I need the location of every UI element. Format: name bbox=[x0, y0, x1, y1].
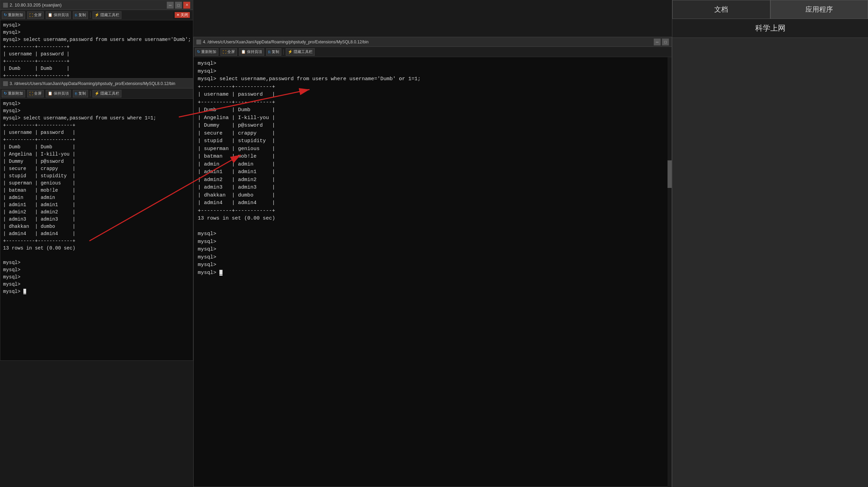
fullscreen-btn[interactable]: ⛶ 全屏 bbox=[27, 11, 44, 19]
sidebar-top-buttons: 文档 应用程序 bbox=[672, 0, 868, 19]
maximize-btn-3[interactable]: □ bbox=[662, 39, 669, 45]
reattach-btn[interactable]: ↻ 重新附加 bbox=[2, 11, 25, 19]
copy-btn-2[interactable]: ⎘ 复制 bbox=[73, 90, 88, 97]
copy-btn[interactable]: ⎘ 复制 bbox=[73, 11, 88, 19]
terminal-3-icon bbox=[196, 40, 201, 44]
fullscreen-btn-2[interactable]: ⛶ 全屏 bbox=[27, 90, 44, 97]
toolbar-sep-3 bbox=[283, 49, 284, 55]
terminal-2-title: 3. /drives/c/Users/XuanJian/AppData/Roam… bbox=[10, 81, 175, 86]
hide-toolbar-btn-2[interactable]: ⚡ 隱藏工具栏 bbox=[93, 90, 121, 97]
terminal-3-controls: ─ □ bbox=[654, 39, 669, 45]
hide-toolbar-btn[interactable]: ⚡ 隱藏工具栏 bbox=[93, 11, 121, 19]
terminal-1-titlebar: 2. 10.80.33.205 (xuanjian) ─ □ ✕ bbox=[0, 0, 193, 10]
terminal-1-title: 2. 10.80.33.205 (xuanjian) bbox=[10, 2, 62, 8]
documents-label: 文档 bbox=[714, 5, 728, 14]
terminal-1-toolbar: ↻ 重新附加 ⛶ 全屏 📋 保持頁項 ⎘ 复制 ⚡ 隱藏工具栏 ✕ 关闭 bbox=[0, 10, 193, 20]
keep-btn[interactable]: 📋 保持頁項 bbox=[46, 11, 71, 19]
terminal-1-icon bbox=[3, 3, 8, 8]
minimize-btn[interactable]: ─ bbox=[167, 2, 174, 9]
terminal-window-2: 3. /drives/c/Users/XuanJian/AppData/Roam… bbox=[0, 78, 193, 361]
toolbar-sep-2 bbox=[90, 91, 90, 96]
sidebar-apps-btn[interactable]: 应用程序 bbox=[770, 0, 868, 19]
scrollbar-thumb-3[interactable] bbox=[668, 160, 672, 188]
terminal-2-content: mysql> mysql> mysql> select username,pas… bbox=[0, 99, 193, 297]
sidebar-vpn-label: 科学上网 bbox=[672, 19, 868, 38]
keep-btn-2[interactable]: 📋 保持頁項 bbox=[46, 90, 71, 97]
terminal-window-1: 2. 10.80.33.205 (xuanjian) ─ □ ✕ ↻ 重新附加 … bbox=[0, 0, 193, 78]
terminal-window-3: 4. /drives/c/Users/XuanJian/AppData/Roam… bbox=[193, 37, 672, 487]
terminal-2-icon bbox=[3, 81, 8, 86]
hide-toolbar-btn-3[interactable]: ⚡ 隱藏工具栏 bbox=[286, 48, 315, 56]
terminal-3-title: 4. /drives/c/Users/XuanJian/AppData/Roam… bbox=[203, 40, 369, 44]
copy-btn-3[interactable]: ⎘ 复制 bbox=[266, 48, 281, 56]
terminal-3-content: mysql> mysql> mysql> select username,pas… bbox=[194, 57, 672, 279]
or-keyword: or bbox=[399, 76, 405, 82]
terminal-3-toolbar: ↻ 重新附加 ⛶ 全屏 📋 保持頁項 ⎘ 复制 ⚡ 隱藏工具栏 bbox=[194, 47, 672, 57]
reattach-btn-3[interactable]: ↻ 重新附加 bbox=[195, 48, 218, 56]
close-btn[interactable]: ✕ bbox=[183, 2, 190, 9]
scrollbar-3[interactable] bbox=[668, 57, 672, 487]
apps-label: 应用程序 bbox=[805, 5, 833, 14]
terminal-1-controls: ─ □ ✕ bbox=[167, 2, 190, 9]
toolbar-sep bbox=[90, 12, 90, 18]
terminal-2-titlebar: 3. /drives/c/Users/XuanJian/AppData/Roam… bbox=[0, 79, 193, 88]
terminal-3-titlebar: 4. /drives/c/Users/XuanJian/AppData/Roam… bbox=[194, 37, 672, 47]
keep-btn-3[interactable]: 📋 保持頁項 bbox=[239, 48, 264, 56]
right-sidebar: 文档 应用程序 科学上网 bbox=[672, 0, 868, 487]
reattach-btn-2[interactable]: ↻ 重新附加 bbox=[2, 90, 25, 97]
main-area: 2. 10.80.33.205 (xuanjian) ─ □ ✕ ↻ 重新附加 … bbox=[0, 0, 672, 487]
minimize-btn-3[interactable]: ─ bbox=[654, 39, 661, 45]
terminal-1-content: mysql> mysql> mysql> select username,pas… bbox=[0, 20, 193, 88]
terminal-2-toolbar: ↻ 重新附加 ⛶ 全屏 📋 保持頁項 ⎘ 复制 ⚡ 隱藏工具栏 bbox=[0, 88, 193, 99]
fullscreen-btn-3[interactable]: ⛶ 全屏 bbox=[220, 48, 237, 56]
sidebar-documents-btn[interactable]: 文档 bbox=[672, 0, 770, 19]
close-window-btn[interactable]: ✕ 关闭 bbox=[173, 11, 192, 19]
maximize-btn[interactable]: □ bbox=[175, 2, 182, 9]
